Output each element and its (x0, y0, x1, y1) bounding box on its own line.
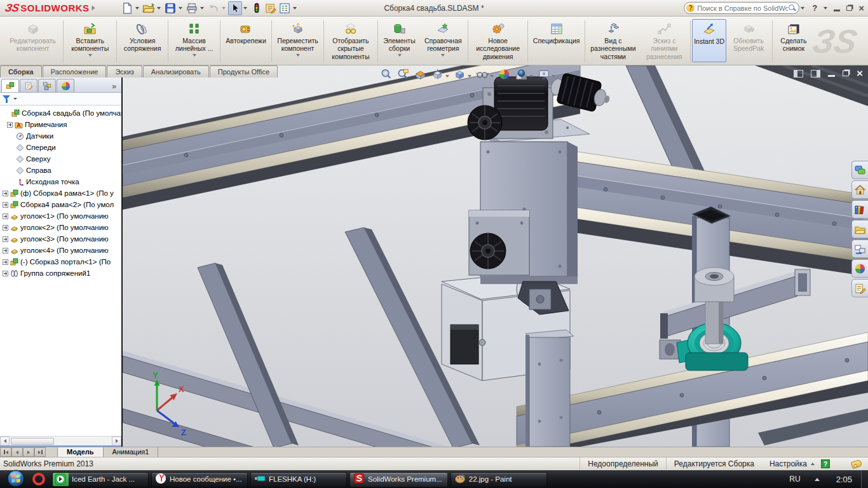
tree-item-sensors[interactable]: Датчики (1, 130, 121, 142)
doc-restore-button[interactable] (843, 71, 849, 76)
tree-item-top-plane[interactable]: Сверху (1, 153, 121, 165)
zoom-to-fit-button[interactable] (380, 68, 393, 80)
dropdown-icon[interactable] (441, 54, 445, 57)
undo-button[interactable] (207, 1, 220, 15)
tab-first-button[interactable] (0, 447, 11, 457)
new-dropdown-icon[interactable] (135, 7, 139, 10)
tree-item-angle2[interactable]: уголок<2> (По умолчанию (1, 222, 121, 233)
panel-chevron[interactable]: » (112, 82, 120, 92)
ribbon-edit-component-button[interactable]: Редактировать компонент (4, 19, 62, 62)
options-dropdown-icon[interactable] (293, 7, 297, 10)
dropdown-icon[interactable] (552, 75, 555, 78)
show-hidden-icons-button[interactable] (815, 478, 820, 481)
dropdown-icon[interactable] (529, 75, 533, 78)
drive-pulley-lower[interactable] (470, 233, 506, 269)
ribbon-show-hidden-button[interactable]: Отобразить скрытые компоненты (325, 19, 376, 62)
menu-expand-icon[interactable] (92, 6, 95, 11)
tree-item-angle1[interactable]: уголок<1> (По умолчанию (1, 210, 121, 222)
tab-layout[interactable]: Расположение (43, 65, 107, 78)
ribbon-motion-study-button[interactable]: Новое исследование движения (470, 19, 526, 62)
scroll-right-button[interactable] (112, 437, 121, 446)
ribbon-instant3d-button[interactable]: Instant 3D (692, 19, 726, 62)
ribbon-explode-sketch-button[interactable]: Эскиз с линиями разнесения (640, 19, 689, 62)
zoom-to-area-button[interactable] (397, 68, 410, 80)
save-button[interactable] (163, 1, 177, 15)
tree-item-frame2[interactable]: Сборка4 рама<2> (По умол (1, 199, 121, 210)
view-palette-tab[interactable] (851, 240, 868, 258)
doc-minimize-button[interactable] (828, 75, 835, 77)
graphics-area[interactable]: Y X Z × (123, 65, 868, 447)
close-button[interactable]: × (858, 4, 864, 13)
dropdown-icon[interactable] (490, 75, 494, 78)
tab-last-button[interactable] (34, 447, 46, 457)
animation-tab[interactable]: Анимация1 (104, 447, 159, 457)
tags-icon[interactable] (851, 459, 863, 468)
tree-item-annotations[interactable]: Примечания (1, 119, 121, 130)
appearances-tab[interactable] (851, 259, 868, 278)
section-view-button[interactable] (414, 68, 427, 80)
search-icon[interactable] (788, 4, 796, 12)
custom-properties-tab[interactable] (851, 279, 868, 297)
assembly-3d-view[interactable]: Y X Z (123, 65, 868, 447)
resources-tab[interactable] (851, 161, 868, 179)
tab-next-button[interactable] (23, 447, 34, 457)
view-settings-button[interactable] (538, 68, 555, 80)
expand-icon[interactable] (3, 191, 8, 196)
ribbon-linear-pattern-button[interactable]: Массив линейных ... (170, 19, 219, 62)
rebuild-lights-button[interactable] (250, 1, 264, 15)
select-tool-button[interactable] (228, 1, 242, 15)
apply-scene-button[interactable] (515, 68, 533, 80)
file-explorer-tab[interactable] (851, 220, 868, 238)
taskbar-button-usb-drive[interactable]: FLESHKA (H:) (250, 472, 347, 487)
tree-item-assembly-root[interactable]: Сборка4 свадьба (По умолчан (1, 107, 121, 119)
configuration-selector[interactable]: Настройка (762, 458, 815, 470)
tab-assembly[interactable]: Сборка (0, 65, 42, 78)
dropdown-icon[interactable] (445, 75, 449, 78)
dropdown-icon[interactable] (88, 54, 92, 57)
opera-icon[interactable] (31, 472, 47, 486)
tree-item-origin[interactable]: Исходная точка (1, 176, 121, 187)
display-style-button[interactable] (454, 68, 471, 80)
tree-horizontal-scrollbar[interactable] (0, 436, 121, 445)
file-properties-button[interactable] (264, 1, 278, 15)
expand-icon[interactable] (3, 248, 8, 254)
taskbar-button-solidworks[interactable]: SolidWorks Premium... (349, 472, 448, 487)
ribbon-exploded-view-button[interactable]: Вид с разнесенными частями (587, 19, 639, 62)
start-button[interactable] (6, 469, 25, 488)
expand-icon[interactable] (3, 259, 8, 265)
expand-icon[interactable] (3, 202, 8, 208)
configuration-manager-tab[interactable] (38, 79, 56, 92)
dropdown-icon[interactable] (398, 54, 402, 57)
drive-pulley-top[interactable] (468, 105, 502, 140)
home-tab[interactable] (851, 180, 868, 199)
dropdown-icon[interactable] (296, 54, 300, 57)
ribbon-move-component-button[interactable]: Переместить компонент (273, 19, 322, 62)
ribbon-snapshot-button[interactable]: Сделать снимок (774, 19, 813, 62)
open-dropdown-icon[interactable] (157, 7, 161, 10)
ribbon-smart-fasteners-button[interactable]: Автокрепежи (222, 19, 270, 62)
search-dropdown-icon[interactable] (801, 7, 804, 10)
show-desktop-button[interactable] (861, 470, 868, 488)
tree-item-front-plane[interactable]: Спереди (1, 142, 121, 153)
ribbon-update-speedpak-button[interactable]: Обновить SpeedPak (726, 19, 771, 62)
expand-icon[interactable] (7, 122, 13, 128)
open-button[interactable] (142, 1, 156, 15)
hide-show-items-button[interactable] (476, 68, 494, 80)
expand-icon[interactable] (3, 236, 8, 242)
taskbar-button-aimp[interactable]: Iced Earth - Jack ... (52, 472, 149, 487)
print-button[interactable] (185, 1, 199, 15)
expand-icon[interactable] (3, 225, 8, 231)
print-dropdown-icon[interactable] (200, 7, 204, 10)
collapse-left-pane-icon[interactable] (794, 70, 803, 78)
dimxpert-manager-tab[interactable] (57, 79, 74, 92)
model-tab[interactable]: Модель (57, 447, 104, 457)
dropdown-icon[interactable] (193, 54, 196, 57)
design-library-tab[interactable] (851, 200, 868, 219)
new-document-button[interactable] (120, 1, 134, 15)
minimize-button[interactable] (834, 10, 840, 11)
view-orientation-button[interactable] (431, 68, 449, 80)
search-input[interactable] (697, 4, 788, 12)
ribbon-insert-components-button[interactable]: Вставить компоненты (65, 19, 115, 62)
help-search-box[interactable]: ? (684, 2, 799, 14)
quick-tips-button[interactable]: ? (821, 459, 830, 468)
